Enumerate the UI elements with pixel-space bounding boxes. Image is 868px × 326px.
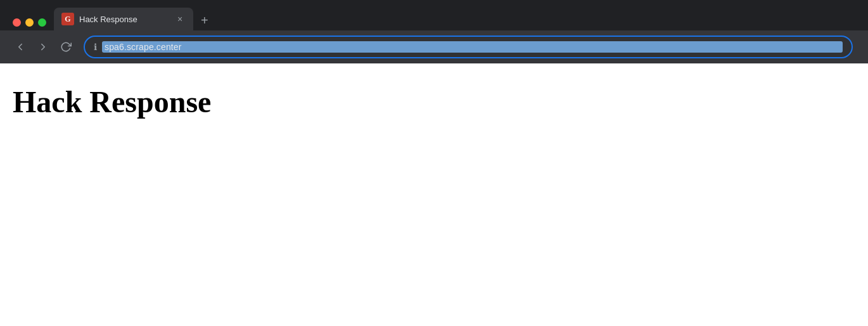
window-controls <box>5 18 54 27</box>
forward-button[interactable] <box>33 37 53 57</box>
navigation-bar: ℹ spa6.scrape.center <box>0 30 868 63</box>
tab-title: Hack Response <box>79 15 169 24</box>
page-content: Hack Response <box>0 63 868 133</box>
back-button[interactable] <box>10 37 30 57</box>
address-bar[interactable]: ℹ spa6.scrape.center <box>84 36 853 58</box>
browser-chrome: G Hack Response × + <box>0 0 868 63</box>
close-window-button[interactable] <box>13 18 21 27</box>
address-bar-wrapper: ℹ spa6.scrape.center <box>84 36 853 58</box>
url-display[interactable]: spa6.scrape.center <box>102 41 843 53</box>
browser-window: G Hack Response × + <box>0 0 868 133</box>
reload-button[interactable] <box>56 37 76 57</box>
maximize-window-button[interactable] <box>38 18 46 27</box>
forward-icon <box>37 41 49 53</box>
tab-favicon-letter: G <box>65 15 70 24</box>
info-icon: ℹ <box>94 42 97 52</box>
page-heading: Hack Response <box>13 84 855 121</box>
tab-close-button[interactable]: × <box>174 13 186 25</box>
active-tab[interactable]: G Hack Response × <box>54 8 193 30</box>
minimize-window-button[interactable] <box>25 18 34 27</box>
reload-icon <box>60 41 72 53</box>
tab-favicon: G <box>61 13 74 25</box>
new-tab-button[interactable]: + <box>193 14 216 27</box>
back-icon <box>15 41 26 53</box>
tab-bar: G Hack Response × + <box>0 0 868 30</box>
